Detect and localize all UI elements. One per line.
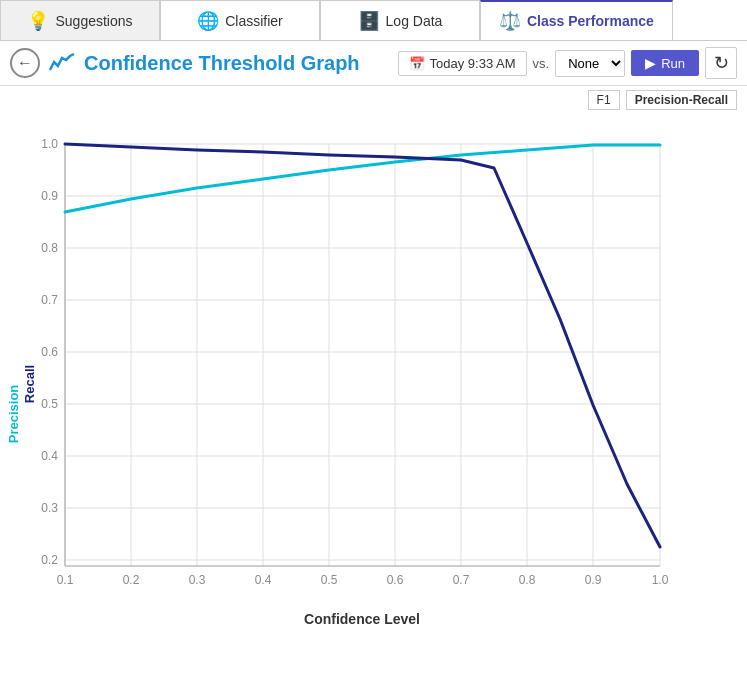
log-data-icon: 🗄️ [358,10,380,32]
refresh-button[interactable]: ↻ [705,47,737,79]
suggestions-icon: 💡 [27,10,49,32]
svg-text:0.8: 0.8 [519,573,536,587]
top-navigation: 💡 Suggestions 🌐 Classifier 🗄️ Log Data ⚖… [0,0,747,41]
svg-text:0.4: 0.4 [41,449,58,463]
graph-icon [48,52,76,74]
date-button[interactable]: 📅 Today 9:33 AM [398,51,527,76]
svg-text:0.2: 0.2 [123,573,140,587]
recall-line [65,144,660,547]
svg-text:0.8: 0.8 [41,241,58,255]
svg-text:0.3: 0.3 [189,573,206,587]
svg-text:0.9: 0.9 [41,189,58,203]
svg-text:0.4: 0.4 [255,573,272,587]
classifier-icon: 🌐 [197,10,219,32]
page-title: Confidence Threshold Graph [84,52,360,75]
svg-text:0.6: 0.6 [41,345,58,359]
chart-svg: 1.0 0.9 0.8 0.7 0.6 0.5 0.4 0.3 0.2 0.1 … [0,114,747,644]
page-title-area: Confidence Threshold Graph [48,52,390,75]
svg-text:0.6: 0.6 [387,573,404,587]
class-performance-icon: ⚖️ [499,10,521,32]
calendar-icon: 📅 [409,56,425,71]
tab-class-performance[interactable]: ⚖️ Class Performance [480,0,673,40]
chart-area: 1.0 0.9 0.8 0.7 0.6 0.5 0.4 0.3 0.2 0.1 … [0,114,747,674]
svg-text:0.3: 0.3 [41,501,58,515]
precision-recall-button[interactable]: Precision-Recall [626,90,737,110]
y-recall-label: Recall [22,365,37,403]
chart-toolbar: F1 Precision-Recall [0,86,747,114]
tab-suggestions[interactable]: 💡 Suggestions [0,0,160,40]
tab-classifier[interactable]: 🌐 Classifier [160,0,320,40]
toolbar: ← Confidence Threshold Graph 📅 Today 9:3… [0,41,747,86]
svg-text:0.5: 0.5 [321,573,338,587]
compare-select[interactable]: None [555,50,625,77]
svg-text:1.0: 1.0 [652,573,669,587]
svg-text:0.5: 0.5 [41,397,58,411]
back-button[interactable]: ← [10,48,40,78]
svg-text:0.7: 0.7 [453,573,470,587]
play-icon: ▶ [645,55,656,71]
x-axis-label: Confidence Level [304,611,420,627]
svg-text:1.0: 1.0 [41,137,58,151]
f1-button[interactable]: F1 [588,90,620,110]
back-icon: ← [17,54,33,72]
svg-text:0.9: 0.9 [585,573,602,587]
vs-label: vs. [533,56,550,71]
svg-text:0.2: 0.2 [41,553,58,567]
refresh-icon: ↻ [714,52,729,74]
tab-log-data[interactable]: 🗄️ Log Data [320,0,480,40]
run-button[interactable]: ▶ Run [631,50,699,76]
svg-text:0.1: 0.1 [57,573,74,587]
y-precision-label: Precision [6,385,21,444]
svg-text:0.7: 0.7 [41,293,58,307]
toolbar-controls: 📅 Today 9:33 AM vs. None ▶ Run ↻ [398,47,737,79]
